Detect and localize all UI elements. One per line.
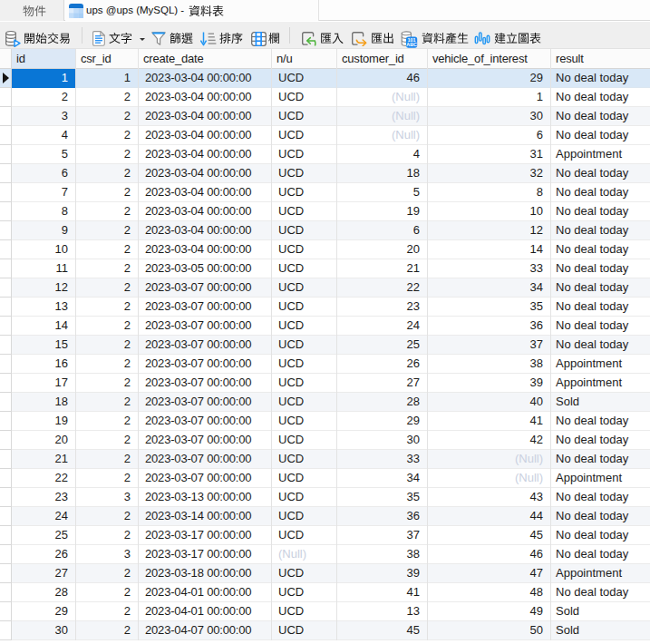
svg-text:ABC: ABC [406,42,417,47]
